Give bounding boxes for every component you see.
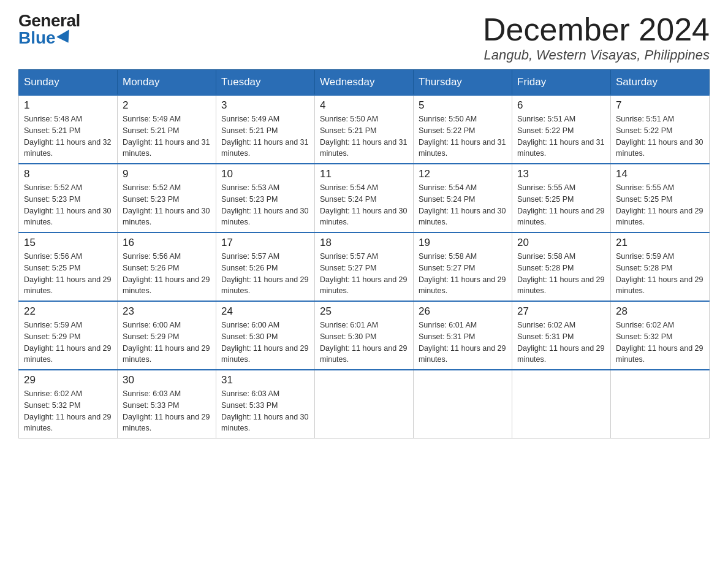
day-info: Sunrise: 5:53 AMSunset: 5:23 PMDaylight:…	[221, 182, 309, 228]
calendar-cell: 11Sunrise: 5:54 AMSunset: 5:24 PMDayligh…	[315, 164, 414, 232]
calendar-week-1: 1Sunrise: 5:48 AMSunset: 5:21 PMDaylight…	[19, 95, 710, 164]
calendar-cell: 20Sunrise: 5:58 AMSunset: 5:28 PMDayligh…	[512, 232, 611, 301]
day-number: 15	[24, 237, 112, 249]
calendar-header: SundayMondayTuesdayWednesdayThursdayFrid…	[19, 70, 710, 96]
calendar-cell: 8Sunrise: 5:52 AMSunset: 5:23 PMDaylight…	[19, 164, 118, 232]
day-info: Sunrise: 5:58 AMSunset: 5:28 PMDaylight:…	[517, 251, 605, 297]
calendar-cell: 23Sunrise: 6:00 AMSunset: 5:29 PMDayligh…	[118, 301, 216, 370]
calendar-cell: 17Sunrise: 5:57 AMSunset: 5:26 PMDayligh…	[216, 232, 315, 301]
weekday-header-monday: Monday	[118, 70, 216, 96]
day-number: 12	[419, 168, 507, 180]
calendar-cell: 5Sunrise: 5:50 AMSunset: 5:22 PMDaylight…	[414, 95, 512, 164]
calendar-table: SundayMondayTuesdayWednesdayThursdayFrid…	[18, 69, 710, 439]
day-number: 26	[419, 305, 507, 318]
calendar-cell: 15Sunrise: 5:56 AMSunset: 5:25 PMDayligh…	[19, 232, 118, 301]
calendar-week-3: 15Sunrise: 5:56 AMSunset: 5:25 PMDayligh…	[19, 232, 710, 301]
calendar-cell	[315, 370, 414, 439]
calendar-cell: 21Sunrise: 5:59 AMSunset: 5:28 PMDayligh…	[611, 232, 710, 301]
day-info: Sunrise: 5:51 AMSunset: 5:22 PMDaylight:…	[517, 113, 605, 159]
day-info: Sunrise: 6:01 AMSunset: 5:31 PMDaylight:…	[419, 320, 507, 366]
calendar-cell: 7Sunrise: 5:51 AMSunset: 5:22 PMDaylight…	[611, 95, 710, 164]
day-info: Sunrise: 5:49 AMSunset: 5:21 PMDaylight:…	[123, 113, 211, 159]
page-header: General Blue December 2024 Langub, Weste…	[18, 12, 710, 63]
logo-triangle-icon	[56, 29, 75, 47]
day-number: 8	[24, 168, 112, 180]
day-info: Sunrise: 5:59 AMSunset: 5:28 PMDaylight:…	[616, 251, 704, 297]
day-number: 21	[616, 237, 704, 249]
weekday-header-tuesday: Tuesday	[216, 70, 315, 96]
day-number: 2	[123, 99, 211, 112]
calendar-week-2: 8Sunrise: 5:52 AMSunset: 5:23 PMDaylight…	[19, 164, 710, 232]
weekday-header-sunday: Sunday	[19, 70, 118, 96]
calendar-cell: 2Sunrise: 5:49 AMSunset: 5:21 PMDaylight…	[118, 95, 216, 164]
weekday-header-friday: Friday	[512, 70, 611, 96]
day-info: Sunrise: 5:58 AMSunset: 5:27 PMDaylight:…	[419, 251, 507, 297]
calendar-cell: 10Sunrise: 5:53 AMSunset: 5:23 PMDayligh…	[216, 164, 315, 232]
calendar-cell: 28Sunrise: 6:02 AMSunset: 5:32 PMDayligh…	[611, 301, 710, 370]
weekday-header-row: SundayMondayTuesdayWednesdayThursdayFrid…	[19, 70, 710, 96]
calendar-cell	[512, 370, 611, 439]
day-number: 9	[123, 168, 211, 180]
calendar-cell: 6Sunrise: 5:51 AMSunset: 5:22 PMDaylight…	[512, 95, 611, 164]
calendar-cell: 14Sunrise: 5:55 AMSunset: 5:25 PMDayligh…	[611, 164, 710, 232]
day-number: 28	[616, 305, 704, 318]
day-number: 6	[517, 99, 605, 112]
day-info: Sunrise: 5:59 AMSunset: 5:29 PMDaylight:…	[24, 320, 112, 366]
day-number: 7	[616, 99, 704, 112]
weekday-header-wednesday: Wednesday	[315, 70, 414, 96]
day-info: Sunrise: 5:52 AMSunset: 5:23 PMDaylight:…	[123, 182, 211, 228]
day-info: Sunrise: 6:02 AMSunset: 5:32 PMDaylight:…	[616, 320, 704, 366]
day-info: Sunrise: 6:03 AMSunset: 5:33 PMDaylight:…	[221, 388, 309, 434]
logo: General Blue	[18, 12, 80, 47]
day-info: Sunrise: 5:57 AMSunset: 5:26 PMDaylight:…	[221, 251, 309, 297]
calendar-cell: 31Sunrise: 6:03 AMSunset: 5:33 PMDayligh…	[216, 370, 315, 439]
day-number: 17	[221, 237, 309, 249]
calendar-week-4: 22Sunrise: 5:59 AMSunset: 5:29 PMDayligh…	[19, 301, 710, 370]
weekday-header-saturday: Saturday	[611, 70, 710, 96]
day-info: Sunrise: 6:03 AMSunset: 5:33 PMDaylight:…	[123, 388, 211, 434]
day-number: 14	[616, 168, 704, 180]
day-info: Sunrise: 5:50 AMSunset: 5:21 PMDaylight:…	[320, 113, 408, 159]
day-number: 19	[419, 237, 507, 249]
day-info: Sunrise: 6:01 AMSunset: 5:30 PMDaylight:…	[320, 320, 408, 366]
calendar-cell: 3Sunrise: 5:49 AMSunset: 5:21 PMDaylight…	[216, 95, 315, 164]
day-info: Sunrise: 5:52 AMSunset: 5:23 PMDaylight:…	[24, 182, 112, 228]
calendar-cell: 4Sunrise: 5:50 AMSunset: 5:21 PMDaylight…	[315, 95, 414, 164]
day-info: Sunrise: 5:50 AMSunset: 5:22 PMDaylight:…	[419, 113, 507, 159]
weekday-header-thursday: Thursday	[414, 70, 512, 96]
day-info: Sunrise: 5:55 AMSunset: 5:25 PMDaylight:…	[517, 182, 605, 228]
day-info: Sunrise: 5:57 AMSunset: 5:27 PMDaylight:…	[320, 251, 408, 297]
day-number: 25	[320, 305, 408, 318]
day-number: 27	[517, 305, 605, 318]
day-info: Sunrise: 5:54 AMSunset: 5:24 PMDaylight:…	[320, 182, 408, 228]
day-number: 5	[419, 99, 507, 112]
calendar-cell: 1Sunrise: 5:48 AMSunset: 5:21 PMDaylight…	[19, 95, 118, 164]
day-number: 11	[320, 168, 408, 180]
calendar-cell: 24Sunrise: 6:00 AMSunset: 5:30 PMDayligh…	[216, 301, 315, 370]
day-info: Sunrise: 5:56 AMSunset: 5:26 PMDaylight:…	[123, 251, 211, 297]
day-info: Sunrise: 6:00 AMSunset: 5:30 PMDaylight:…	[221, 320, 309, 366]
day-number: 4	[320, 99, 408, 112]
day-info: Sunrise: 6:00 AMSunset: 5:29 PMDaylight:…	[123, 320, 211, 366]
calendar-cell: 12Sunrise: 5:54 AMSunset: 5:24 PMDayligh…	[414, 164, 512, 232]
day-info: Sunrise: 5:49 AMSunset: 5:21 PMDaylight:…	[221, 113, 309, 159]
title-section: December 2024 Langub, Western Visayas, P…	[483, 12, 710, 63]
calendar-body: 1Sunrise: 5:48 AMSunset: 5:21 PMDaylight…	[19, 95, 710, 439]
calendar-week-5: 29Sunrise: 6:02 AMSunset: 5:32 PMDayligh…	[19, 370, 710, 439]
day-number: 20	[517, 237, 605, 249]
day-info: Sunrise: 5:56 AMSunset: 5:25 PMDaylight:…	[24, 251, 112, 297]
day-number: 13	[517, 168, 605, 180]
location: Langub, Western Visayas, Philippines	[483, 47, 710, 63]
day-number: 24	[221, 305, 309, 318]
day-info: Sunrise: 6:02 AMSunset: 5:31 PMDaylight:…	[517, 320, 605, 366]
day-info: Sunrise: 5:48 AMSunset: 5:21 PMDaylight:…	[24, 113, 112, 159]
day-number: 18	[320, 237, 408, 249]
calendar-cell: 30Sunrise: 6:03 AMSunset: 5:33 PMDayligh…	[118, 370, 216, 439]
day-info: Sunrise: 6:02 AMSunset: 5:32 PMDaylight:…	[24, 388, 112, 434]
calendar-cell: 29Sunrise: 6:02 AMSunset: 5:32 PMDayligh…	[19, 370, 118, 439]
calendar-cell: 22Sunrise: 5:59 AMSunset: 5:29 PMDayligh…	[19, 301, 118, 370]
day-info: Sunrise: 5:51 AMSunset: 5:22 PMDaylight:…	[616, 113, 704, 159]
day-number: 23	[123, 305, 211, 318]
day-number: 1	[24, 99, 112, 112]
day-info: Sunrise: 5:55 AMSunset: 5:25 PMDaylight:…	[616, 182, 704, 228]
